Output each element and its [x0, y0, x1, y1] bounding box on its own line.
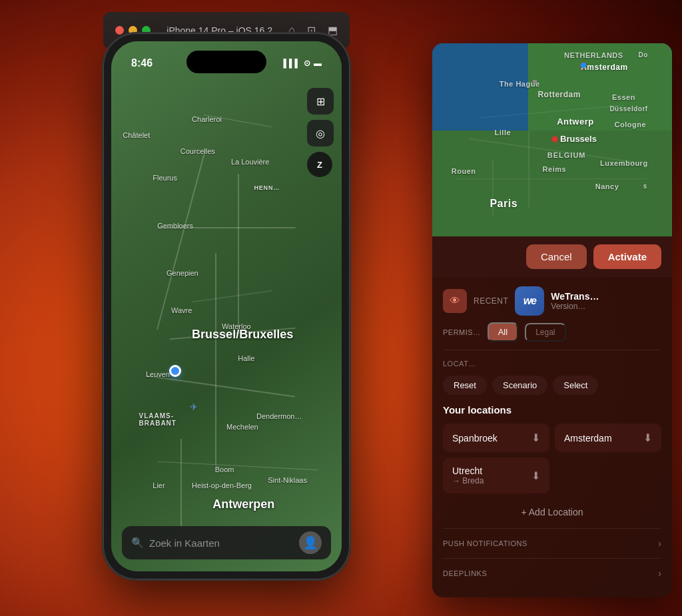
- spanbroek-download-icon: ⬇: [531, 432, 540, 444]
- permissions-row: PERMIS… All Legal: [443, 322, 661, 342]
- map-type-button[interactable]: ⊞: [307, 88, 334, 115]
- route-download-icon: ⬇: [531, 469, 540, 482]
- map-label-reims: Reims: [543, 165, 567, 173]
- push-notifications-section[interactable]: PUSH NOTIFICATIONS ›: [443, 528, 661, 558]
- app-info: WeTrans… Version…: [551, 291, 661, 311]
- perm-tab-legal[interactable]: Legal: [525, 323, 565, 342]
- compass-button[interactable]: ◎: [307, 120, 334, 147]
- add-location-button[interactable]: + Add Location: [443, 499, 661, 525]
- amsterdam-name: Amsterdam: [564, 433, 612, 444]
- right-panel: NETHERLANDS Amsterdam The Hague Rotterda…: [432, 43, 672, 597]
- route-text: Utrecht → Breda: [452, 465, 484, 485]
- divider-1: [443, 350, 661, 350]
- map-label-s: s: [643, 182, 647, 190]
- scenario-tab[interactable]: Scenario: [492, 376, 547, 395]
- deeplinks-chevron: ›: [658, 568, 661, 579]
- status-time: 8:46: [131, 57, 153, 69]
- map-label-netherlands: NETHERLANDS: [564, 51, 623, 59]
- wifi-icon: ⊙: [304, 59, 310, 68]
- amsterdam-download-icon: ⬇: [643, 432, 652, 444]
- visibility-icon[interactable]: 👁: [443, 289, 467, 313]
- locations-grid: Spanbroek ⬇ Amsterdam ⬇: [443, 424, 661, 452]
- deeplinks-section[interactable]: DEEPLINKS ›: [443, 558, 661, 588]
- app-name: WeTrans…: [551, 291, 661, 302]
- location-label: LOCAT…: [443, 360, 476, 368]
- route-row: Utrecht → Breda ⬇: [443, 458, 661, 493]
- map-label-rotterdam: Rotterdam: [537, 90, 581, 99]
- panel-body: 👁 Recent we WeTrans… Version… PERMIS… Al…: [432, 277, 672, 597]
- push-notifications-label: PUSH NOTIFICATIONS: [443, 539, 527, 547]
- iphone-screen[interactable]: Châtelet Charleroi La Louvière Fleurus C…: [111, 41, 342, 571]
- app-icon-text: we: [523, 295, 536, 307]
- status-icons: ▌▌▌ ⊙ ▬: [283, 59, 322, 68]
- map-controls[interactable]: ⊞ ◎ Z: [307, 88, 334, 177]
- your-locations-title: Your locations: [443, 404, 661, 416]
- location-section-header: LOCAT…: [443, 357, 661, 369]
- action-buttons-row: Cancel Activate: [432, 236, 672, 277]
- location-route-utrecht-breda[interactable]: Utrecht → Breda ⬇: [443, 458, 549, 493]
- battery-icon: ▬: [314, 59, 322, 68]
- panel-map[interactable]: NETHERLANDS Amsterdam The Hague Rotterda…: [432, 43, 672, 236]
- map-label-antwerp: Antwerp: [557, 117, 594, 127]
- zoom-level-button[interactable]: Z: [307, 152, 332, 177]
- route-arrow: → Breda: [452, 476, 484, 485]
- iphone-device: Châtelet Charleroi La Louvière Fleurus C…: [103, 33, 350, 579]
- recent-label: Recent: [474, 296, 508, 306]
- map-label-brussels: Brussels: [560, 134, 597, 144]
- app-icon: we: [515, 286, 544, 316]
- map-label-nancy: Nancy: [595, 182, 619, 190]
- reset-tab[interactable]: Reset: [443, 376, 487, 395]
- map-label-do: Do: [639, 51, 648, 59]
- map-label-dusseldorf: Düsseldorf: [609, 105, 647, 113]
- close-button[interactable]: [115, 26, 124, 35]
- iphone-status-bar: 8:46 ▌▌▌ ⊙ ▬: [131, 53, 322, 73]
- route-from: Utrecht: [452, 465, 484, 476]
- search-placeholder: Zoek in Kaarten: [149, 537, 294, 549]
- action-tabs-row: Reset Scenario Select: [443, 376, 661, 395]
- location-amsterdam[interactable]: Amsterdam ⬇: [555, 424, 661, 452]
- avatar-icon: 👤: [303, 535, 318, 550]
- app-version: Version…: [551, 302, 661, 311]
- cancel-button[interactable]: Cancel: [526, 244, 587, 269]
- map-label-cologne: Cologne: [615, 121, 647, 129]
- search-bar[interactable]: 🔍 Zoek in Kaarten 👤: [122, 526, 331, 559]
- permissions-label: PERMIS…: [443, 328, 481, 336]
- user-avatar[interactable]: 👤: [299, 531, 322, 554]
- perm-tab-all[interactable]: All: [488, 322, 518, 342]
- spanbroek-name: Spanbroek: [452, 433, 498, 444]
- location-spanbroek[interactable]: Spanbroek ⬇: [443, 424, 549, 452]
- share-icon[interactable]: ⬒: [328, 24, 338, 37]
- select-tab[interactable]: Select: [553, 376, 598, 395]
- map-label-rouen: Rouen: [452, 167, 476, 175]
- recent-row: 👁 Recent we WeTrans… Version…: [443, 286, 661, 316]
- search-icon: 🔍: [131, 537, 144, 549]
- map-label-paris: Paris: [490, 198, 517, 210]
- deeplinks-label: DEEPLINKS: [443, 569, 487, 577]
- map-label-lille: Lille: [495, 129, 512, 137]
- map-label-luxembourg: Luxembourg: [600, 159, 648, 167]
- map-label-essen: Essen: [612, 93, 635, 101]
- map-label-amsterdam: Amsterdam: [581, 63, 628, 72]
- airport-icon: ✈: [190, 402, 198, 412]
- map-label-belgium: BELGIUM: [547, 151, 586, 159]
- push-notifications-chevron: ›: [658, 538, 661, 549]
- user-location-dot: [169, 365, 181, 377]
- signal-icon: ▌▌▌: [283, 59, 300, 68]
- activate-button[interactable]: Activate: [593, 244, 661, 269]
